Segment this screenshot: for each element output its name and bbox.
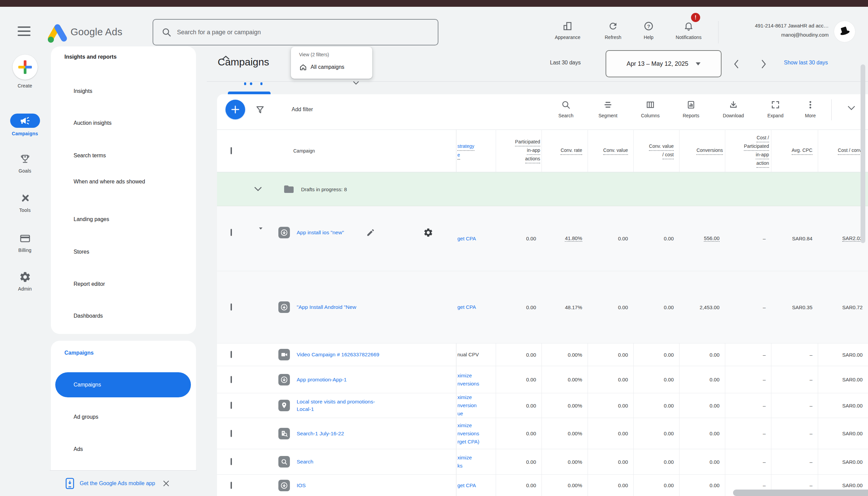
menu-icon[interactable] xyxy=(18,27,31,36)
promo-link[interactable]: Get the Google Ads mobile app xyxy=(80,480,155,486)
add-filter-button[interactable]: Add filter xyxy=(292,106,313,112)
nav-item-stores[interactable]: Stores xyxy=(74,247,89,257)
cell-conv-rate[interactable]: 41.80% xyxy=(542,206,588,271)
campaign-link[interactable]: Local store visits and promotions- Local… xyxy=(297,398,375,413)
collapse-toolbar-chevron-icon[interactable] xyxy=(847,106,856,111)
column-header-conv-rate[interactable]: Conv. rate xyxy=(542,129,588,172)
campaign-link[interactable]: Search xyxy=(297,458,313,465)
select-all-checkbox[interactable] xyxy=(231,148,232,154)
cell-conversions: 0.00 xyxy=(679,475,725,496)
cell-conversions[interactable]: 556.00 xyxy=(679,206,725,271)
nav-item-search-terms[interactable]: Search terms xyxy=(74,150,106,161)
reports-button[interactable]: Reports xyxy=(671,99,711,118)
appearance-button[interactable]: Appearance xyxy=(544,20,591,40)
nav-item-ad-groups[interactable]: Ad groups xyxy=(74,412,98,422)
horizontal-scrollbar[interactable] xyxy=(733,490,868,496)
campaign-link[interactable]: IOS xyxy=(297,482,306,489)
column-header-bid-strategy[interactable]: strategy e xyxy=(456,129,496,172)
campaigns-panel: Campaigns Campaigns Ad groups Ads xyxy=(51,341,196,470)
cell-conv-rate: 0.00% xyxy=(542,343,588,366)
prev-period-button[interactable] xyxy=(732,58,741,70)
phone-icon xyxy=(65,478,74,489)
drafts-row[interactable]: Drafts in progress: 8 xyxy=(217,172,868,206)
rail-item-campaigns[interactable]: Campaigns xyxy=(0,113,50,136)
cell-avg-cpc: – xyxy=(771,366,818,393)
row-checkbox[interactable] xyxy=(231,431,232,437)
cell-bid-strategy[interactable]: ximizenversionue xyxy=(456,393,496,418)
cell-bid-strategy[interactable]: get CPA xyxy=(456,206,496,271)
nav-item-dashboards[interactable]: Dashboards xyxy=(74,311,103,321)
notifications-button[interactable]: Notifications xyxy=(665,20,712,40)
row-checkbox[interactable] xyxy=(231,304,232,310)
date-range-picker[interactable]: Apr 13 – May 12, 2025 xyxy=(606,50,722,77)
avatar[interactable] xyxy=(834,21,855,42)
add-campaign-button[interactable] xyxy=(226,100,245,119)
global-search[interactable] xyxy=(153,19,438,45)
search-input[interactable] xyxy=(176,29,422,36)
download-button[interactable]: Download xyxy=(713,99,754,118)
edit-pencil-icon[interactable] xyxy=(366,228,375,237)
row-checkbox[interactable] xyxy=(231,402,232,408)
column-header-conv-value-cost[interactable]: Conv. value / cost xyxy=(633,129,679,172)
row-checkbox[interactable] xyxy=(231,459,232,465)
column-header-conv-value[interactable]: Conv. value xyxy=(588,129,633,172)
cell-cost-participated: – xyxy=(725,271,771,343)
segment-button[interactable]: Segment xyxy=(588,99,628,118)
rail-item-admin[interactable]: Admin xyxy=(0,270,50,292)
cell-participated: 0.00 xyxy=(496,418,542,449)
vertical-scrollbar[interactable] xyxy=(861,64,865,243)
rail-item-billing[interactable]: Billing xyxy=(0,232,50,253)
column-header-conversions[interactable]: Conversions xyxy=(679,129,725,172)
row-checkbox[interactable] xyxy=(231,377,232,383)
chevron-down-icon[interactable] xyxy=(253,186,262,192)
nav-item-landing-pages[interactable]: Landing pages xyxy=(74,214,109,225)
cell-bid-strategy[interactable]: get CPA xyxy=(456,271,496,343)
chevron-down-icon[interactable] xyxy=(353,81,359,85)
cell-bid-strategy[interactable]: ximizenversionsrget CPA) xyxy=(456,418,496,449)
rail-item-create[interactable]: Create xyxy=(0,55,50,89)
campaign-link[interactable]: App promotion-App-1 xyxy=(297,376,346,384)
megaphone-icon xyxy=(10,113,40,128)
close-icon[interactable] xyxy=(162,480,170,487)
more-button[interactable]: More xyxy=(790,99,831,118)
nav-item-report-editor[interactable]: Report editor xyxy=(74,279,105,290)
cell-conv-value: 0.00 xyxy=(588,475,633,496)
cell-bid-strategy[interactable]: ximizenversions xyxy=(456,366,496,393)
nav-item-insights[interactable]: Insights xyxy=(74,86,92,97)
campaign-link[interactable]: "App Install Android "New xyxy=(297,304,356,311)
column-header-participated[interactable]: Participated in-app actions xyxy=(496,129,542,172)
rail-item-goals[interactable]: Goals xyxy=(0,152,50,174)
cell-conv-value: 0.00 xyxy=(588,206,633,271)
google-ads-logo-icon[interactable] xyxy=(47,23,68,44)
nav-item-ads[interactable]: Ads xyxy=(74,444,83,455)
cell-participated: 0.00 xyxy=(496,206,542,271)
cell-bid-strategy[interactable]: ximizeks xyxy=(456,449,496,474)
table-search-button[interactable]: Search xyxy=(545,99,586,118)
column-header-avg-cpc[interactable]: Avg. CPC xyxy=(771,129,818,172)
next-period-button[interactable] xyxy=(760,58,768,70)
expand-button[interactable]: Expand xyxy=(755,99,796,118)
settings-gear-icon[interactable] xyxy=(423,228,433,238)
row-checkbox[interactable] xyxy=(231,482,232,489)
nav-item-when-where[interactable]: When and where ads showed xyxy=(74,176,175,187)
column-header-cost-participated[interactable]: Cost / Participated in-app action xyxy=(725,129,771,172)
row-checkbox[interactable] xyxy=(231,352,232,358)
campaign-link[interactable]: App install ios "new" xyxy=(297,229,344,236)
view-filter-chip[interactable]: View (2 filters) All campaigns xyxy=(291,47,372,79)
column-header-campaign[interactable]: Campaign xyxy=(293,148,315,154)
view-filter-value: All campaigns xyxy=(311,64,344,70)
rail-item-tools[interactable]: Tools xyxy=(0,191,50,213)
cell-bid-strategy[interactable]: get CPA xyxy=(456,475,496,496)
nav-item-campaigns-selected[interactable]: Campaigns xyxy=(55,372,191,397)
filter-icon[interactable] xyxy=(255,105,265,115)
search-campaign-icon xyxy=(278,428,290,439)
nav-item-auction-insights[interactable]: Auction insights xyxy=(74,118,111,128)
campaign-link[interactable]: Search-1 July-16-22 xyxy=(297,430,344,437)
columns-button[interactable]: Columns xyxy=(630,99,671,118)
row-checkbox[interactable] xyxy=(231,230,232,236)
account-info[interactable]: 491-214-8617 JawaHR ad acc… manoj@houdin… xyxy=(755,21,829,39)
campaign-link[interactable]: Video Campaign # 1626337822669 xyxy=(297,351,379,358)
show-last-30-days-link[interactable]: Show last 30 days xyxy=(784,60,828,66)
status-dropdown-caret-icon[interactable] xyxy=(259,230,262,236)
browser-top-strip xyxy=(0,0,868,7)
